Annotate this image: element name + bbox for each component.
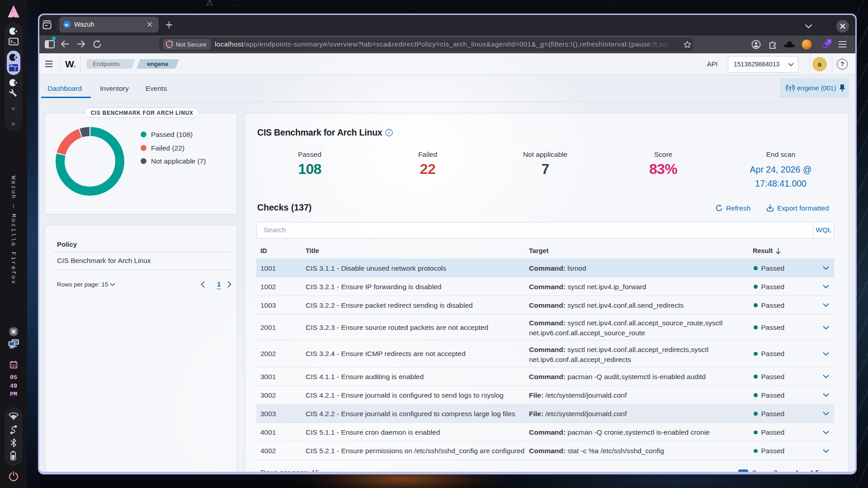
svg-text:7: 7 xyxy=(828,39,830,44)
